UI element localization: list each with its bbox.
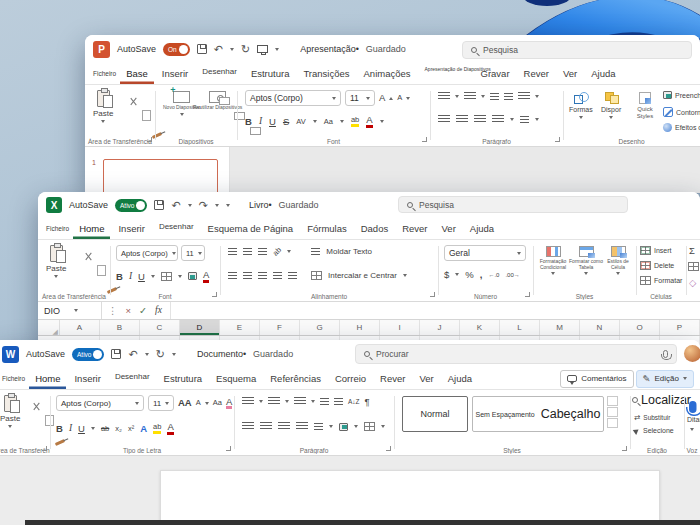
xls-merge-center-label[interactable]: Intercalar e Centrar bbox=[328, 271, 397, 280]
multilevel-list-icon[interactable] bbox=[294, 397, 306, 406]
shading-icon[interactable] bbox=[339, 423, 348, 431]
select-button[interactable]: Selecione bbox=[634, 427, 674, 434]
column-header-selected[interactable]: D bbox=[180, 320, 220, 335]
ppt-tab-base[interactable]: Base bbox=[120, 63, 154, 84]
increase-indent-icon[interactable] bbox=[334, 398, 343, 406]
formula-enter-button[interactable]: ✓ bbox=[139, 306, 147, 316]
ppt-tab-apresentacao-diapositivos[interactable]: Apresentação de Diapositivos bbox=[419, 63, 473, 84]
line-spacing-icon[interactable] bbox=[518, 92, 530, 101]
ppt-font-dialog-launcher[interactable] bbox=[422, 137, 427, 142]
align-left-icon[interactable] bbox=[438, 115, 450, 124]
wrd-tab-desenhar[interactable]: Desenhar bbox=[109, 368, 156, 389]
strikethrough-button[interactable]: ab bbox=[101, 425, 109, 433]
numbering-icon[interactable] bbox=[464, 92, 476, 101]
percent-format-button[interactable]: % bbox=[465, 270, 473, 280]
ppt-shapes-button[interactable]: Formas bbox=[569, 92, 593, 119]
styles-scroll-down-button[interactable] bbox=[607, 407, 618, 417]
xls-format-as-table-button[interactable]: Formatar como Tabela bbox=[569, 246, 603, 275]
ppt-undo-chevron-icon[interactable] bbox=[230, 48, 234, 51]
wrd-clipboard-dialog-launcher[interactable] bbox=[42, 446, 47, 451]
ppt-shape-outline-button[interactable]: Contorno da Forma bbox=[663, 107, 700, 117]
decrease-font-size-icon[interactable]: A bbox=[397, 94, 402, 102]
xls-font-dialog-launcher[interactable] bbox=[212, 292, 217, 297]
fill-icon[interactable] bbox=[688, 262, 699, 271]
copy-icon[interactable] bbox=[99, 267, 106, 276]
column-header[interactable]: H bbox=[340, 320, 380, 335]
wrd-tab-ajuda[interactable]: Ajuda bbox=[442, 368, 478, 389]
ppt-autosave-toggle[interactable]: On bbox=[163, 43, 190, 56]
ppt-arrange-button[interactable]: Dispor bbox=[601, 92, 621, 119]
column-header[interactable]: M bbox=[540, 320, 580, 335]
ppt-slideshow-icon[interactable] bbox=[257, 45, 268, 53]
ppt-tab-rever[interactable]: Rever bbox=[518, 63, 555, 84]
column-header[interactable]: I bbox=[380, 320, 420, 335]
strikethrough-button[interactable]: S bbox=[283, 117, 289, 127]
ppt-clipboard-dialog-launcher[interactable] bbox=[147, 137, 152, 142]
wrd-tab-esquema[interactable]: Esquema bbox=[210, 368, 262, 389]
column-header[interactable]: A bbox=[60, 320, 100, 335]
ppt-tab-desenhar[interactable]: Desenhar bbox=[196, 63, 243, 84]
column-header[interactable]: L bbox=[500, 320, 540, 335]
wrd-paste-button[interactable]: Paste bbox=[0, 395, 20, 428]
column-header[interactable]: G bbox=[300, 320, 340, 335]
bullets-icon[interactable] bbox=[438, 92, 450, 101]
xls-wrap-text-label[interactable]: Moldar Texto bbox=[326, 247, 372, 256]
highlight-color-button[interactable]: ab bbox=[153, 423, 161, 434]
ppt-quick-styles-button[interactable]: Quick Styles bbox=[631, 92, 659, 119]
xls-insert-button[interactable]: Insert bbox=[640, 246, 672, 255]
columns-icon[interactable] bbox=[520, 116, 529, 124]
ppt-shape-effects-button[interactable]: Efeitos da Forma bbox=[663, 123, 700, 132]
sort-icon[interactable]: A↓Z bbox=[348, 399, 360, 406]
font-color-button[interactable]: A bbox=[203, 270, 209, 283]
ppt-tab-transicoes[interactable]: Transições bbox=[297, 63, 355, 84]
wrd-tab-referencias[interactable]: Referências bbox=[264, 368, 327, 389]
align-right-icon[interactable] bbox=[258, 272, 267, 280]
xls-conditional-formatting-button[interactable]: Formatação Condicional bbox=[536, 246, 570, 275]
clear-icon[interactable]: ◇ bbox=[689, 278, 696, 288]
xls-paste-button[interactable]: Paste bbox=[46, 245, 66, 278]
text-effects-button[interactable]: A bbox=[140, 424, 147, 434]
wrd-undo-icon[interactable]: ↶ bbox=[128, 349, 137, 360]
styles-scroll-up-button[interactable] bbox=[607, 396, 618, 406]
dictate-icon[interactable] bbox=[689, 401, 697, 413]
ppt-tab-ajuda[interactable]: Ajuda bbox=[585, 63, 621, 84]
bold-button[interactable]: B bbox=[116, 272, 123, 282]
ppt-save-icon[interactable] bbox=[197, 44, 207, 54]
align-middle-icon[interactable] bbox=[243, 248, 252, 256]
wrd-search-box[interactable]: Procurar bbox=[355, 344, 677, 364]
subscript-button[interactable]: x₂ bbox=[115, 425, 122, 433]
xls-undo-icon[interactable]: ↶ bbox=[171, 200, 180, 211]
italic-button[interactable]: I bbox=[259, 117, 262, 127]
ppt-font-name-select[interactable]: Aptos (Corpo) bbox=[245, 90, 341, 106]
xls-tab-ajuda[interactable]: Ajuda bbox=[464, 218, 500, 239]
wrap-text-icon[interactable] bbox=[311, 248, 320, 256]
change-case-button[interactable]: Aa bbox=[213, 399, 222, 407]
ppt-tab-estrutura[interactable]: Estrutura bbox=[245, 63, 296, 84]
ppt-paragraph-dialog-launcher[interactable] bbox=[555, 137, 560, 142]
xls-font-name-select[interactable]: Aptos (Corpo) bbox=[116, 245, 178, 261]
show-formatting-marks-icon[interactable]: ¶ bbox=[365, 397, 370, 407]
autosum-button[interactable]: Σ bbox=[689, 246, 695, 256]
clear-formatting-button[interactable]: A bbox=[226, 397, 232, 410]
bold-button[interactable]: B bbox=[245, 117, 252, 127]
xls-tab-esquema-pagina[interactable]: Esquema de Página bbox=[202, 218, 300, 239]
ppt-tab-animacoes[interactable]: Animações bbox=[358, 63, 417, 84]
ppt-tab-ficheiro[interactable]: Ficheiro bbox=[91, 63, 118, 84]
underline-button[interactable]: U bbox=[78, 424, 85, 434]
xls-name-box[interactable]: DIO bbox=[38, 302, 102, 319]
wrd-font-dialog-launcher[interactable] bbox=[226, 446, 231, 451]
underline-button[interactable]: U bbox=[269, 117, 276, 127]
borders-icon[interactable] bbox=[364, 422, 375, 431]
wrd-tab-rever[interactable]: Rever bbox=[374, 368, 411, 389]
align-right-icon[interactable] bbox=[278, 422, 290, 431]
cut-icon[interactable] bbox=[32, 402, 41, 411]
fill-color-icon[interactable] bbox=[188, 272, 197, 280]
replace-button[interactable]: ⇄ Substituir bbox=[634, 414, 670, 422]
increase-font-size-icon[interactable]: AA bbox=[178, 398, 192, 408]
wrd-font-size-select[interactable]: 11 bbox=[148, 395, 174, 411]
ppt-shape-fill-button[interactable]: Preenchimento bbox=[663, 91, 700, 99]
cut-icon[interactable] bbox=[84, 252, 93, 261]
xls-search-box[interactable]: Pesquisa bbox=[398, 196, 628, 213]
xls-tab-ficheiro[interactable]: Ficheiro bbox=[44, 218, 71, 239]
xls-autosave-toggle[interactable]: Ativo bbox=[115, 199, 147, 212]
